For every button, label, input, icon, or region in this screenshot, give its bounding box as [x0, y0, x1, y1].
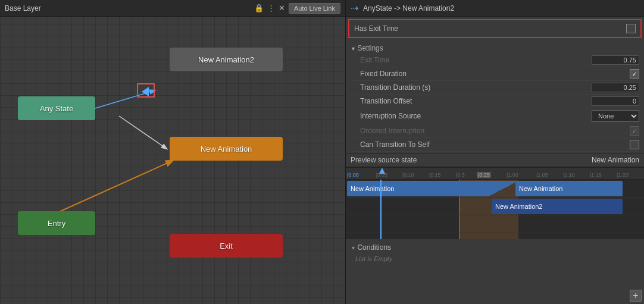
has-exit-time-checkbox[interactable] — [626, 24, 636, 33]
exit-time-input[interactable] — [592, 55, 639, 65]
transition-duration-label: Transition Duration (s) — [360, 83, 430, 92]
node-entry[interactable]: Entry — [18, 211, 95, 235]
timeline-wrapper: |0:00 |0:05 |0:10 |0:15 |0:3 |0:25 |1:00… — [346, 167, 644, 239]
svg-marker-3 — [142, 87, 149, 96]
preview-source-row: Preview source state New Animation — [346, 153, 644, 167]
exit-time-label: Exit Time — [360, 56, 389, 64]
conditions-header[interactable]: Conditions — [351, 242, 639, 253]
list-is-empty-label: List is Empty — [351, 253, 639, 264]
transition-box[interactable] — [137, 83, 155, 98]
menu-icon[interactable]: ⋮ — [267, 4, 275, 12]
interruption-source-row: Interruption Source None — [351, 108, 639, 124]
preview-source-value: New Animation — [592, 156, 639, 164]
ordered-interruption-label: Ordered Interruption — [360, 127, 424, 135]
timeline-ruler: |0:00 |0:05 |0:10 |0:15 |0:3 |0:25 |1:00… — [346, 168, 644, 180]
inspector-header: ⇢ AnyState -> New Animation2 — [346, 0, 644, 17]
node-any-state[interactable]: Any State — [18, 96, 95, 120]
clip-new-animation-1[interactable]: New Animation — [347, 181, 490, 196]
fixed-duration-checkbox[interactable] — [630, 69, 639, 79]
timeline-track-3 — [346, 215, 644, 233]
timeline-track-2: New Animation2 — [346, 198, 644, 215]
transition-offset-row: Transition Offset — [351, 95, 639, 108]
can-transition-self-row: Can Transition To Self — [351, 138, 639, 152]
conditions-bottom: Conditions List is Empty + — [346, 239, 644, 304]
node-exit[interactable]: Exit — [170, 234, 283, 258]
conditions-section: Conditions List is Empty — [346, 239, 644, 267]
node-new-animation[interactable]: New Animation — [170, 137, 283, 161]
timeline-tracks: New Animation New Animation New Animatio… — [346, 180, 644, 239]
transition-duration-row: Transition Duration (s) — [351, 81, 639, 95]
transition-duration-input[interactable] — [592, 83, 639, 92]
ordered-interruption-checkbox[interactable] — [630, 126, 639, 136]
close-icon[interactable]: ✕ — [279, 4, 285, 12]
timeline-track-1: New Animation New Animation — [346, 180, 644, 198]
settings-section: Settings Exit Time Fixed Duration Transi… — [346, 40, 644, 153]
transition-offset-label: Transition Offset — [360, 97, 412, 105]
node-new-animation2[interactable]: New Animation2 — [170, 48, 283, 71]
clip-new-animation2[interactable]: New Animation2 — [492, 199, 623, 214]
graph-panel[interactable]: Base Layer 🔒 ⋮ ✕ Auto Live Link — [0, 0, 345, 304]
transition-icon: ⇢ — [351, 2, 358, 14]
transition-offset-input[interactable] — [592, 96, 639, 106]
has-exit-time-row[interactable]: Has Exit Time — [348, 19, 642, 38]
fixed-duration-label: Fixed Duration — [360, 70, 407, 78]
fixed-duration-row: Fixed Duration — [351, 67, 639, 81]
clip-new-animation-2[interactable]: New Animation — [515, 181, 623, 196]
exit-time-row: Exit Time — [351, 54, 639, 67]
inspector-content: Has Exit Time Settings Exit Time Fixed D… — [346, 17, 644, 304]
has-exit-time-label: Has Exit Time — [354, 24, 398, 33]
can-transition-self-label: Can Transition To Self — [360, 140, 430, 149]
can-transition-self-checkbox[interactable] — [630, 140, 639, 149]
preview-source-label: Preview source state — [351, 156, 417, 164]
playhead-line — [380, 180, 382, 239]
interruption-source-select[interactable]: None — [592, 110, 639, 122]
ordered-interruption-row: Ordered Interruption — [351, 124, 639, 138]
inspector-panel: ⇢ AnyState -> New Animation2 Has Exit Ti… — [345, 0, 644, 304]
auto-live-link-button[interactable]: Auto Live Link — [289, 3, 340, 14]
inspector-title: AnyState -> New Animation2 — [363, 4, 454, 12]
settings-header[interactable]: Settings — [351, 42, 639, 54]
interruption-source-label: Interruption Source — [360, 112, 421, 120]
base-layer-label: Base Layer — [5, 4, 41, 12]
top-bar: Base Layer 🔒 ⋮ ✕ Auto Live Link — [0, 0, 345, 17]
add-condition-button[interactable]: + — [630, 290, 642, 302]
top-bar-right: 🔒 ⋮ ✕ Auto Live Link — [254, 3, 340, 14]
lock-icon[interactable]: 🔒 — [254, 4, 264, 12]
